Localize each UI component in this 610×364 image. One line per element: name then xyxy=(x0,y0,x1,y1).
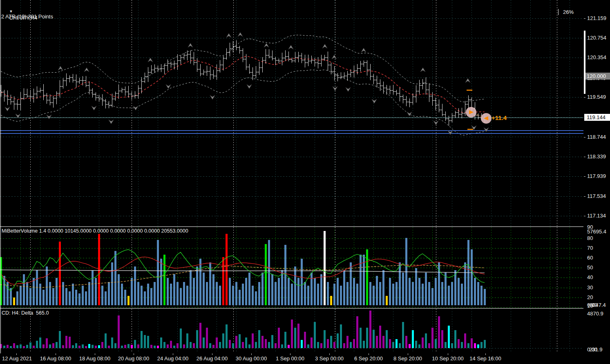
mt4-chart-window: ▼ CHFJPY,H4 2 ATR (10):381 Points 26% +1… xyxy=(0,0,610,364)
price-axis-label: 119.549 xyxy=(587,94,606,100)
volume-osc-scale-label: 60 xyxy=(587,255,593,261)
percent-label: 26% xyxy=(563,9,574,15)
time-axis-tick xyxy=(16,353,17,355)
dropdown-triangle-icon[interactable]: ▼ xyxy=(9,9,13,13)
price-axis-tick xyxy=(584,18,585,19)
time-axis-label: 3 Sep 00:00 xyxy=(315,355,344,362)
price-axis-label: 117.534 xyxy=(587,193,606,199)
time-axis-tick xyxy=(95,353,95,355)
time-axis-tick xyxy=(408,353,408,355)
price-axis-label: 118.744 xyxy=(587,134,606,140)
time-axis-tick xyxy=(369,353,369,355)
time-axis-tick xyxy=(134,353,134,355)
time-axis-label: 26 Aug 04:00 xyxy=(197,355,228,362)
time-axis-tick xyxy=(448,353,448,355)
time-axis-label: 14 Sep 16:00 xyxy=(469,355,501,362)
trade-profit-label: +11.4 xyxy=(492,114,507,121)
time-axis-label: 24 Aug 04:00 xyxy=(157,355,189,362)
time-axis-label: 16 Aug 08:00 xyxy=(40,355,72,362)
price-axis-tick xyxy=(584,176,585,177)
time-axis-label: 8 Sep 20:00 xyxy=(393,355,422,362)
volume-osc-scale-label: 50 xyxy=(587,264,593,271)
price-axis-label: 117.939 xyxy=(587,173,606,179)
volume-panel[interactable] xyxy=(0,227,583,308)
delta-scale-min: 231.9 xyxy=(589,346,603,353)
volume-osc-scale-label: 40 xyxy=(587,274,593,280)
volume-osc-scale-label: 20 xyxy=(587,294,593,300)
time-axis-label: 18 Aug 08:00 xyxy=(79,355,111,362)
price-axis-tick xyxy=(584,216,585,216)
price-level-badge: 120.000 xyxy=(584,73,610,80)
volume-osc-scale-label: 70 xyxy=(587,245,593,251)
price-axis-label: 120.754 xyxy=(587,35,606,41)
price-axis-tick xyxy=(584,196,585,197)
time-axis-tick xyxy=(290,353,290,355)
time-axis-label: 20 Aug 08:00 xyxy=(118,355,150,362)
delta-indicator-title: CD: H4: Delta 565.0 xyxy=(2,310,49,316)
main-price-panel[interactable] xyxy=(0,0,583,227)
volume-osc-scale-label: 30 xyxy=(587,284,593,291)
volume-scale-max: 57695.4 xyxy=(587,229,606,235)
delta-panel[interactable] xyxy=(0,309,583,353)
volume-indicator-title: MiBetterVolume 1.4 0.0000 10145.0000 0.0… xyxy=(2,228,188,234)
divider-main-volume[interactable] xyxy=(0,226,610,227)
axis-range-bar xyxy=(584,31,585,94)
volume-chart-svg xyxy=(0,227,583,308)
delta-scale-max: 4870.9 xyxy=(587,311,603,317)
volume-scale-min: 9047.4 xyxy=(590,302,606,308)
delta-chart-svg xyxy=(0,309,583,353)
divider-volume-delta[interactable] xyxy=(0,308,610,309)
price-axis-label: 118.339 xyxy=(587,153,606,160)
time-axis-tick xyxy=(56,353,56,355)
price-axis-tick xyxy=(584,97,585,98)
time-axis-tick xyxy=(251,353,252,355)
price-axis-label: 121.159 xyxy=(587,15,606,21)
atr-indicator-label: 2 ATR (10):381 Points xyxy=(1,13,53,20)
volume-osc-scale-label: 80 xyxy=(587,235,593,241)
time-axis-tick xyxy=(212,353,212,355)
current-price-badge: 119.144 xyxy=(584,114,610,121)
chart-left-border xyxy=(0,0,1,353)
price-axis-tick xyxy=(584,157,585,157)
price-axis-label: 117.134 xyxy=(587,213,606,219)
time-axis-tick xyxy=(485,353,486,355)
time-axis-tick xyxy=(329,353,330,355)
time-axis-tick xyxy=(173,353,173,355)
price-axis-tick xyxy=(584,137,585,138)
time-axis-label: 12 Aug 2021 xyxy=(2,355,32,362)
time-axis-label: 30 Aug 00:00 xyxy=(236,355,267,362)
time-axis-label: 1 Sep 00:00 xyxy=(276,355,304,362)
price-chart-svg xyxy=(0,0,583,227)
percent-marker-line xyxy=(558,9,559,15)
time-axis-label: 6 Sep 20:00 xyxy=(354,355,383,362)
price-axis-label: 120.354 xyxy=(587,54,606,60)
time-axis-label: 10 Sep 20:00 xyxy=(432,355,463,362)
